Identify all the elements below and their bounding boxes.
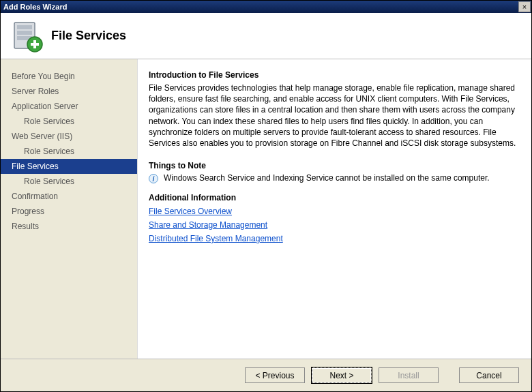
- info-icon: i: [149, 174, 158, 183]
- sidebar-item-server-roles[interactable]: Server Roles: [1, 84, 137, 99]
- content-pane: Introduction to File Services File Servi…: [137, 59, 531, 359]
- sidebar-item-confirmation[interactable]: Confirmation: [1, 189, 137, 204]
- notes-heading: Things to Note: [149, 161, 518, 170]
- sidebar-item-iis-role-services[interactable]: Role Services: [1, 144, 137, 159]
- note-row: i Windows Search Service and Indexing Se…: [149, 173, 518, 183]
- intro-heading: Introduction to File Services: [149, 70, 518, 80]
- close-icon: ×: [522, 3, 527, 11]
- note-text: Windows Search Service and Indexing Serv…: [164, 173, 490, 183]
- svg-rect-6: [33, 40, 36, 48]
- sidebar-item-application-server[interactable]: Application Server: [1, 99, 137, 114]
- titlebar: Add Roles Wizard ×: [1, 1, 531, 13]
- window-title: Add Roles Wizard: [3, 3, 67, 11]
- sidebar: Before You Begin Server Roles Applicatio…: [1, 59, 137, 359]
- additional-links: File Services Overview Share and Storage…: [149, 205, 518, 245]
- link-file-services-overview[interactable]: File Services Overview: [149, 205, 518, 217]
- cancel-button[interactable]: Cancel: [459, 367, 519, 383]
- svg-rect-1: [17, 25, 32, 29]
- sidebar-item-results[interactable]: Results: [1, 219, 137, 234]
- sidebar-item-progress[interactable]: Progress: [1, 204, 137, 219]
- close-button[interactable]: ×: [518, 1, 531, 12]
- page-title: File Services: [51, 29, 126, 43]
- sidebar-item-web-server-iis[interactable]: Web Server (IIS): [1, 129, 137, 144]
- additional-heading: Additional Information: [149, 193, 518, 202]
- footer-buttons: < Previous Next > Install Cancel: [1, 359, 531, 391]
- link-share-storage-management[interactable]: Share and Storage Management: [149, 219, 518, 231]
- svg-rect-2: [17, 31, 32, 35]
- header: File Services: [1, 13, 531, 59]
- sidebar-item-file-role-services[interactable]: Role Services: [1, 174, 137, 189]
- sidebar-item-app-role-services[interactable]: Role Services: [1, 114, 137, 129]
- install-button: Install: [379, 367, 439, 383]
- wizard-body: Before You Begin Server Roles Applicatio…: [1, 59, 531, 359]
- next-button[interactable]: Next >: [312, 367, 372, 383]
- window-frame: Add Roles Wizard × File Services Before …: [0, 0, 532, 392]
- sidebar-item-file-services[interactable]: File Services: [1, 159, 137, 174]
- link-dfs-management[interactable]: Distributed File System Management: [149, 232, 518, 245]
- server-role-icon: [10, 20, 43, 52]
- intro-text: File Services provides technologies that…: [149, 82, 518, 149]
- previous-button[interactable]: < Previous: [245, 367, 305, 383]
- sidebar-item-before-you-begin[interactable]: Before You Begin: [1, 69, 137, 84]
